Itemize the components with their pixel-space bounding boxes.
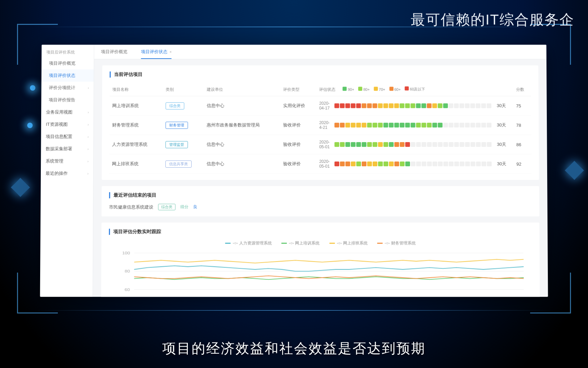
cell-status: 2020-4-21 — [316, 116, 494, 135]
sidebar-item[interactable]: 最近的操作› — [41, 167, 93, 180]
chart-legend-item: -○- 人力资源管理系统 — [225, 240, 272, 246]
sidebar-item[interactable]: 业务应用视图› — [41, 106, 94, 118]
cell-type: 验收评价 — [280, 154, 316, 174]
cell-name: 人力资源管理系统 — [109, 135, 163, 154]
close-icon[interactable]: × — [169, 50, 172, 54]
cell-cat: 财务管理 — [163, 116, 204, 135]
recent-result: 良 — [193, 204, 197, 210]
chart-legend-item: -○- 财务管理系统 — [377, 240, 416, 246]
tab[interactable]: 项目评价概览 — [94, 45, 134, 59]
system-title: 项目后评价系统 — [42, 47, 94, 57]
sidebar-item[interactable]: 数据采集部署› — [41, 143, 93, 155]
recent-project-name: 市民健康信息系统建设 — [109, 204, 153, 210]
cell-score: 86 — [513, 135, 532, 154]
sidebar-item[interactable]: 项目评价报告 — [41, 94, 94, 106]
cell-name: 财务管理系统 — [109, 116, 163, 135]
line-chart: 406080100 — [109, 249, 532, 297]
cell-score: 75 — [513, 96, 531, 116]
sidebar-item[interactable]: 项目信息配置› — [41, 131, 94, 143]
cell-unit: 信息中心 — [204, 154, 280, 174]
svg-text:100: 100 — [122, 251, 130, 255]
sidebar-item[interactable]: 项目评价状态 — [42, 70, 94, 82]
cell-score: 78 — [513, 116, 532, 135]
cell-cat: 管理监督 — [163, 135, 204, 154]
chart-legend-item: -○- 网上排班系统 — [329, 240, 368, 246]
th-status: 评估状态 90+80+70+60+60及以下 — [316, 83, 494, 96]
sidebar-item[interactable]: IT资源视图› — [41, 118, 94, 131]
cell-unit: 信息中心 — [204, 96, 281, 116]
cell-unit: 惠州市政务服务数据管理局 — [204, 116, 281, 135]
recent-tag: 综合类 — [158, 204, 176, 210]
svg-text:60: 60 — [125, 288, 130, 292]
cell-status: 2020-04-17 — [316, 96, 494, 116]
chart-legend-item: -○- 网上培训系统 — [281, 240, 320, 246]
th-score: 分数 — [513, 83, 531, 96]
legend-item: 60及以下 — [405, 87, 425, 92]
legend-item: 80+ — [358, 87, 370, 92]
cell-period: 30天 — [494, 154, 514, 174]
sidebar: 项目后评价系统 项目评价概览项目评价状态评价分项统计›项目评价报告 业务应用视图… — [40, 45, 94, 297]
tab[interactable]: 项目评价状态× — [134, 45, 178, 59]
cell-cat: 信息共享类 — [163, 154, 204, 174]
th-period — [494, 83, 513, 96]
table-row[interactable]: 网上培训系统综合类信息中心实用化评价2020-04-1730天75 — [110, 96, 531, 116]
chevron-right-icon: › — [87, 171, 88, 175]
chevron-right-icon: › — [87, 159, 88, 163]
chevron-right-icon: › — [87, 147, 88, 151]
subtitle-caption: 项目的经济效益和社会效益是否达到预期 — [162, 339, 426, 358]
main-area: 项目评价概览项目评价状态× 当前评估项目 项目名称 类别 建设单位 评价类型 评… — [93, 45, 548, 297]
panel-recent-done: 最近评估结束的项目 市民健康信息系统建设 综合类 得分 良 — [101, 186, 539, 216]
recent-score-label: 得分 — [180, 204, 189, 210]
cell-period: 30天 — [494, 135, 513, 154]
th-name: 项目名称 — [110, 83, 163, 96]
cell-type: 验收评价 — [280, 116, 316, 135]
cell-period: 30天 — [494, 96, 513, 116]
cell-unit: 信息中心 — [204, 135, 281, 154]
cell-score: 92 — [513, 154, 532, 174]
chevron-right-icon: › — [87, 135, 88, 139]
cell-name: 网上排班系统 — [109, 154, 163, 174]
th-unit: 建设单位 — [204, 83, 280, 96]
table-row[interactable]: 财务管理系统财务管理惠州市政务服务数据管理局验收评价2020-4-2130天78 — [109, 116, 531, 135]
panel-title: 项目评估分数实时跟踪 — [109, 229, 532, 235]
cell-type: 实用化评价 — [280, 96, 316, 116]
headline-text: 最可信赖的IT综合服务企 — [411, 10, 574, 29]
legend-item: 70+ — [374, 87, 385, 92]
sidebar-item[interactable]: 系统管理› — [41, 155, 93, 167]
legend-item: 90+ — [343, 87, 354, 92]
projects-table: 项目名称 类别 建设单位 评价类型 评估状态 90+80+70+60+60及以下… — [109, 83, 532, 174]
panel-current-projects: 当前评估项目 项目名称 类别 建设单位 评价类型 评估状态 90+80+70+6… — [102, 65, 539, 180]
th-cat: 类别 — [163, 83, 204, 96]
panel-title: 当前评估项目 — [110, 72, 531, 78]
tab-bar: 项目评价概览项目评价状态× — [94, 45, 546, 59]
app-window: 项目后评价系统 项目评价概览项目评价状态评价分项统计›项目评价报告 业务应用视图… — [40, 45, 548, 297]
cell-type: 验收评价 — [280, 135, 316, 154]
cell-period: 30天 — [494, 116, 513, 135]
chevron-right-icon: › — [87, 123, 88, 126]
chart-legend: -○- 人力资源管理系统-○- 网上培训系统-○- 网上排班系统-○- 财务管理… — [109, 240, 532, 246]
cell-status: 2020-05-01 — [316, 135, 494, 154]
table-row[interactable]: 人力资源管理系统管理监督信息中心验收评价2020-05-0130天86 — [109, 135, 531, 154]
table-row[interactable]: 网上排班系统信息共享类信息中心验收评价2020-05-0130天92 — [109, 154, 532, 174]
svg-text:80: 80 — [125, 269, 130, 274]
panel-score-tracking: 项目评估分数实时跟踪 -○- 人力资源管理系统-○- 网上培训系统-○- 网上排… — [101, 223, 540, 297]
sidebar-item[interactable]: 项目评价概览 — [42, 57, 94, 70]
chevron-right-icon: › — [88, 86, 89, 90]
cell-status: 2020-05-01 — [316, 154, 494, 174]
th-type: 评价类型 — [280, 83, 316, 96]
cell-name: 网上培训系统 — [110, 96, 163, 116]
panel-title: 最近评估结束的项目 — [109, 192, 532, 198]
cell-cat: 综合类 — [163, 96, 204, 116]
chevron-right-icon: › — [88, 110, 89, 114]
legend-item: 60+ — [389, 87, 401, 92]
sidebar-item[interactable]: 评价分项统计› — [41, 82, 94, 94]
